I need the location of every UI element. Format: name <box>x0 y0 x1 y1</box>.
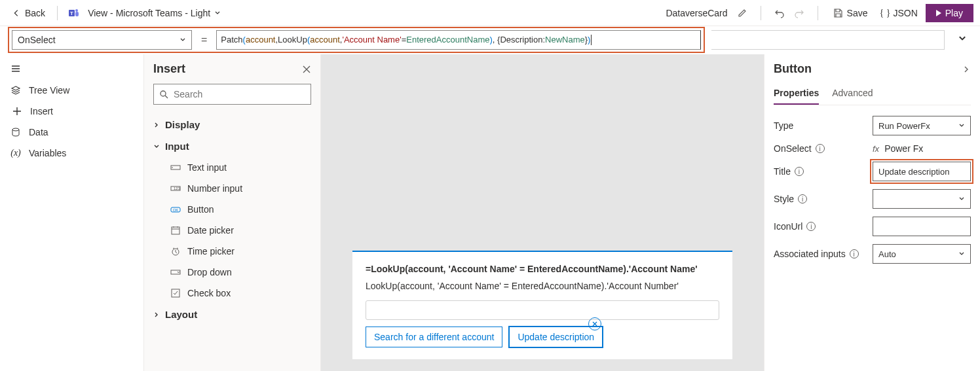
rename-button[interactable] <box>734 5 750 21</box>
json-label: JSON <box>893 8 917 18</box>
insert-search[interactable] <box>153 84 311 105</box>
json-button[interactable]: { } JSON <box>875 5 921 21</box>
card-search-button[interactable]: Search for a different account <box>366 327 502 347</box>
close-icon[interactable] <box>302 65 311 74</box>
top-bar: Back T View - Microsoft Teams - Light Da… <box>0 0 980 26</box>
dismiss-icon[interactable] <box>588 317 601 330</box>
play-icon <box>936 10 941 16</box>
top-right-actions: DataverseCard Save { } JSON Play <box>663 4 973 22</box>
insert-date-picker[interactable]: Date picker <box>153 220 311 241</box>
insert-button[interactable]: OK Button <box>153 199 311 220</box>
database-icon <box>10 127 21 137</box>
svg-text:123: 123 <box>174 186 181 190</box>
category-layout[interactable]: Layout <box>153 304 311 325</box>
undo-button[interactable] <box>772 5 787 21</box>
assoc-select[interactable]: Auto <box>873 244 971 264</box>
rail-tree-view[interactable]: Tree View <box>0 80 143 101</box>
item-label: Date picker <box>187 225 234 236</box>
svg-point-4 <box>12 128 19 131</box>
canvas[interactable]: =LookUp(account, 'Account Name' = Entere… <box>321 54 764 371</box>
clock-icon <box>170 246 181 256</box>
item-label: Number input <box>187 183 242 194</box>
rail-toggle[interactable] <box>0 60 143 80</box>
chevron-down-icon <box>179 37 186 43</box>
card-update-button[interactable]: Update description <box>509 327 603 347</box>
svg-point-2 <box>75 9 78 12</box>
card-preview[interactable]: =LookUp(account, 'Account Name' = Entere… <box>352 251 732 359</box>
info-icon[interactable]: i <box>798 194 807 203</box>
prop-title: Titlei Update description <box>774 162 971 181</box>
type-select[interactable]: Run PowerFx <box>873 116 971 135</box>
tab-advanced[interactable]: Advanced <box>832 82 873 105</box>
rail-label: Tree View <box>29 85 69 96</box>
rail-label: Variables <box>29 148 66 158</box>
card-text-field[interactable] <box>366 300 719 320</box>
rail-insert[interactable]: Insert <box>0 101 143 122</box>
button-icon: OK <box>170 204 181 215</box>
chevron-down-icon <box>214 10 221 16</box>
onselect-text: Power Fx <box>884 143 923 154</box>
item-label: Text input <box>187 162 227 173</box>
prop-label: Style <box>774 194 794 204</box>
info-icon[interactable]: i <box>795 167 804 176</box>
category-input[interactable]: Input <box>153 135 311 157</box>
onselect-value[interactable]: fx Power Fx <box>873 143 971 154</box>
play-button[interactable]: Play <box>926 4 973 22</box>
pencil-icon <box>737 8 747 18</box>
prop-iconurl: IconUrli <box>774 217 971 236</box>
property-selector[interactable]: OnSelect <box>12 30 192 50</box>
property-selector-value: OnSelect <box>18 35 56 45</box>
svg-text:T: T <box>70 10 73 16</box>
tab-properties[interactable]: Properties <box>774 82 819 105</box>
category-label: Input <box>165 141 189 152</box>
main: Tree View Insert Data (x) Variables Inse… <box>0 54 980 371</box>
insert-panel: Insert Display Input Text input 123 Numb… <box>144 54 321 371</box>
hamburger-icon <box>10 63 21 74</box>
category-label: Display <box>165 119 200 130</box>
assoc-value: Auto <box>878 249 896 259</box>
item-label: Drop down <box>187 267 232 277</box>
card-name[interactable]: DataverseCard <box>663 7 730 20</box>
rail-variables[interactable]: (x) Variables <box>0 143 143 164</box>
info-icon[interactable]: i <box>806 222 816 231</box>
style-select[interactable] <box>873 189 971 209</box>
json-braces-icon: { } <box>879 8 890 18</box>
prop-label: Title <box>774 166 791 177</box>
formula-bar: OnSelect = Patch(account, LookUp(account… <box>0 26 980 54</box>
view-label: View - Microsoft Teams - Light <box>88 8 210 18</box>
prop-label: IconUrl <box>774 221 802 232</box>
plus-icon <box>12 106 22 116</box>
divider <box>57 6 58 20</box>
view-selector[interactable]: T View - Microsoft Teams - Light <box>64 5 225 22</box>
formula-expand[interactable] <box>951 34 973 45</box>
chevron-down-icon <box>958 196 965 202</box>
insert-number-input[interactable]: 123 Number input <box>153 178 311 199</box>
formula-input[interactable]: Patch(account, LookUp(account, 'Account … <box>216 30 701 50</box>
category-display[interactable]: Display <box>153 114 311 135</box>
insert-drop-down[interactable]: Drop down <box>153 262 311 283</box>
x-icon <box>592 321 598 327</box>
type-value: Run PowerFx <box>878 121 930 131</box>
chevron-down-icon <box>153 143 160 150</box>
iconurl-input[interactable] <box>873 217 971 236</box>
equals-icon: = <box>198 34 210 46</box>
search-icon <box>159 90 168 99</box>
info-icon[interactable]: i <box>850 249 859 258</box>
back-button[interactable]: Back <box>7 5 50 21</box>
save-button[interactable]: Save <box>829 5 872 21</box>
chevron-right-icon[interactable] <box>962 65 971 74</box>
rail-data[interactable]: Data <box>0 122 143 143</box>
insert-title: Insert <box>153 62 185 76</box>
svg-text:OK: OK <box>173 208 179 212</box>
insert-check-box[interactable]: Check box <box>153 283 311 304</box>
properties-panel: Button Properties Advanced Type Run Powe… <box>764 54 980 371</box>
insert-text-input[interactable]: Text input <box>153 157 311 178</box>
calendar-icon <box>170 225 181 236</box>
insert-time-picker[interactable]: Time picker <box>153 241 311 262</box>
formula-tail[interactable] <box>711 30 945 50</box>
info-icon[interactable]: i <box>816 144 825 153</box>
save-label: Save <box>847 8 868 18</box>
insert-search-input[interactable] <box>174 89 305 99</box>
title-input[interactable]: Update description <box>873 162 971 181</box>
dropdown-icon <box>170 267 181 277</box>
